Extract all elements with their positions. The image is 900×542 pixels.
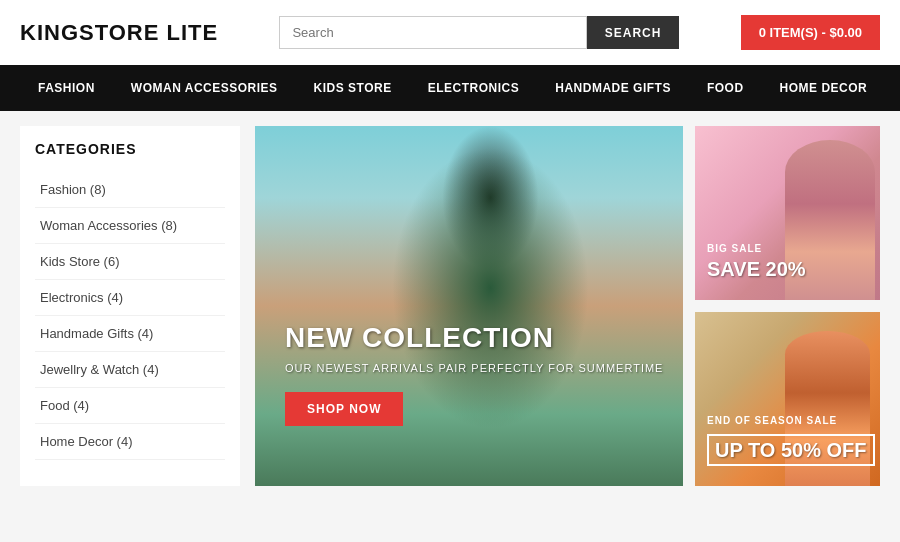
nav-item-fashion[interactable]: FASHION <box>20 67 113 109</box>
header: KINGSTORE LITE SEARCH 0 ITEM(S) - $0.00 <box>0 0 900 65</box>
category-item-food[interactable]: Food (4) <box>35 388 225 424</box>
side-banner-2-title: UP TO 50% OFF <box>707 434 875 466</box>
category-item-jewellry-watch[interactable]: Jewellry & Watch (4) <box>35 352 225 388</box>
side-banner-1-label: BIG SALE <box>707 243 806 254</box>
side-banner-2-label: END OF SEASON SALE <box>707 415 875 426</box>
banner-image <box>255 126 683 486</box>
nav-item-home-decor[interactable]: HOME DECOR <box>762 67 886 109</box>
logo: KINGSTORE LITE <box>20 20 218 46</box>
nav-item-handmade-gifts[interactable]: HANDMADE GIFTS <box>537 67 689 109</box>
category-item-handmade-gifts[interactable]: Handmade Gifts (4) <box>35 316 225 352</box>
side-banners: BIG SALE SAVE 20% END OF SEASON SALE UP … <box>695 126 880 486</box>
categories-title: CATEGORIES <box>35 141 225 157</box>
side-banner-2-content: END OF SEASON SALE UP TO 50% OFF <box>707 415 875 466</box>
nav: FASHION WOMAN ACCESSORIES KIDS STORE ELE… <box>0 65 900 111</box>
sidebar: CATEGORIES Fashion (8) Woman Accessories… <box>20 126 240 486</box>
side-banner-2[interactable]: END OF SEASON SALE UP TO 50% OFF <box>695 312 880 486</box>
nav-item-food[interactable]: FOOD <box>689 67 762 109</box>
content-area: NEW COLLECTION OUR NEWEST ARRIVALS PAIR … <box>255 126 880 486</box>
category-item-electronics[interactable]: Electronics (4) <box>35 280 225 316</box>
category-item-kids-store[interactable]: Kids Store (6) <box>35 244 225 280</box>
side-banner-1-content: BIG SALE SAVE 20% <box>707 243 806 280</box>
shop-now-button[interactable]: SHOP NOW <box>285 392 403 426</box>
side-banner-1[interactable]: BIG SALE SAVE 20% <box>695 126 880 300</box>
category-item-fashion[interactable]: Fashion (8) <box>35 172 225 208</box>
category-item-home-decor[interactable]: Home Decor (4) <box>35 424 225 460</box>
main-banner: NEW COLLECTION OUR NEWEST ARRIVALS PAIR … <box>255 126 683 486</box>
nav-item-kids-store[interactable]: KIDS STORE <box>296 67 410 109</box>
search-wrapper: SEARCH <box>279 16 679 49</box>
banner-content: NEW COLLECTION OUR NEWEST ARRIVALS PAIR … <box>285 322 663 426</box>
banner-subtitle: OUR NEWEST ARRIVALS PAIR PERFECTLY FOR S… <box>285 362 663 374</box>
nav-item-electronics[interactable]: ELECTRONICS <box>410 67 538 109</box>
side-banner-1-title: SAVE 20% <box>707 258 806 280</box>
banner-title: NEW COLLECTION <box>285 322 663 354</box>
search-input[interactable] <box>279 16 586 49</box>
search-button[interactable]: SEARCH <box>587 16 680 49</box>
nav-item-woman-accessories[interactable]: WOMAN ACCESSORIES <box>113 67 296 109</box>
cart-button[interactable]: 0 ITEM(S) - $0.00 <box>741 15 880 50</box>
main-content: CATEGORIES Fashion (8) Woman Accessories… <box>0 111 900 501</box>
category-item-woman-accessories[interactable]: Woman Accessories (8) <box>35 208 225 244</box>
